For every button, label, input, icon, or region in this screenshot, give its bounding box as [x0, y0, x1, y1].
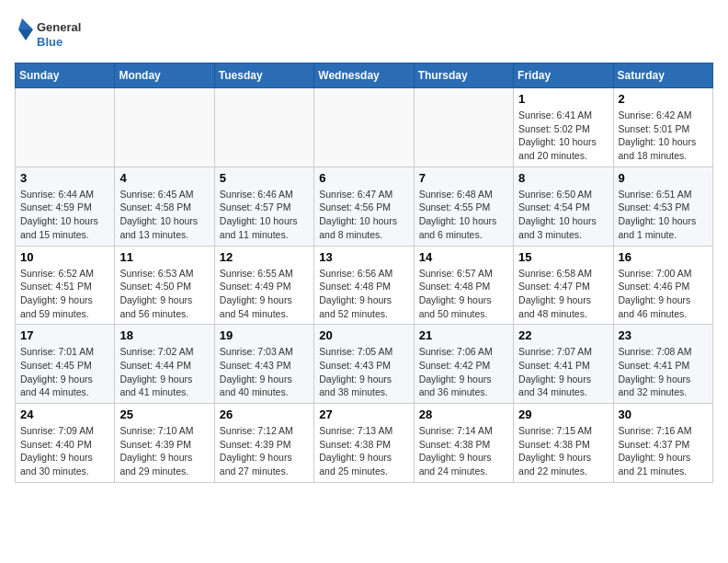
calendar-cell: 14Sunrise: 6:57 AM Sunset: 4:48 PM Dayli…: [414, 246, 513, 325]
calendar-cell: 17Sunrise: 7:01 AM Sunset: 4:45 PM Dayli…: [16, 325, 115, 404]
cell-content: Sunrise: 7:15 AM Sunset: 4:38 PM Dayligh…: [518, 424, 608, 478]
cell-content: Sunrise: 6:58 AM Sunset: 4:47 PM Dayligh…: [518, 267, 608, 321]
day-number: 21: [419, 328, 508, 342]
day-number: 6: [319, 171, 408, 185]
day-of-week-header: Thursday: [414, 63, 513, 88]
calendar-cell: 9Sunrise: 6:51 AM Sunset: 4:53 PM Daylig…: [613, 167, 712, 246]
cell-content: Sunrise: 7:05 AM Sunset: 4:43 PM Dayligh…: [319, 345, 408, 399]
svg-marker-3: [18, 29, 33, 40]
calendar-cell: 15Sunrise: 6:58 AM Sunset: 4:47 PM Dayli…: [514, 246, 613, 325]
day-number: 2: [619, 92, 708, 106]
cell-content: Sunrise: 7:03 AM Sunset: 4:43 PM Dayligh…: [220, 345, 309, 399]
day-number: 12: [220, 250, 309, 264]
day-number: 9: [619, 171, 708, 185]
day-number: 30: [619, 408, 708, 421]
day-number: 7: [419, 171, 508, 185]
calendar-cell: 8Sunrise: 6:50 AM Sunset: 4:54 PM Daylig…: [514, 167, 613, 246]
day-number: 17: [20, 328, 109, 342]
calendar-cell: 20Sunrise: 7:05 AM Sunset: 4:43 PM Dayli…: [314, 325, 414, 404]
calendar-cell: [314, 88, 414, 167]
calendar-cell: 25Sunrise: 7:10 AM Sunset: 4:39 PM Dayli…: [115, 404, 214, 483]
calendar-table: SundayMondayTuesdayWednesdayThursdayFrid…: [15, 63, 713, 483]
cell-content: Sunrise: 7:02 AM Sunset: 4:44 PM Dayligh…: [119, 345, 209, 399]
day-number: 23: [619, 328, 708, 342]
calendar-header-row: SundayMondayTuesdayWednesdayThursdayFrid…: [16, 63, 713, 88]
calendar-cell: [414, 88, 513, 167]
day-number: 28: [419, 408, 508, 421]
day-number: 5: [220, 171, 309, 185]
calendar-week-row: 17Sunrise: 7:01 AM Sunset: 4:45 PM Dayli…: [16, 325, 713, 404]
cell-content: Sunrise: 6:42 AM Sunset: 5:01 PM Dayligh…: [619, 109, 708, 163]
day-number: 13: [319, 250, 408, 264]
calendar-week-row: 3Sunrise: 6:44 AM Sunset: 4:59 PM Daylig…: [16, 167, 713, 246]
cell-content: Sunrise: 7:06 AM Sunset: 4:42 PM Dayligh…: [419, 345, 508, 399]
cell-content: Sunrise: 7:08 AM Sunset: 4:41 PM Dayligh…: [619, 345, 708, 399]
day-number: 1: [518, 92, 608, 106]
calendar-cell: 11Sunrise: 6:53 AM Sunset: 4:50 PM Dayli…: [115, 246, 214, 325]
calendar-cell: 13Sunrise: 6:56 AM Sunset: 4:48 PM Dayli…: [314, 246, 414, 325]
logo: General Blue: [15, 15, 88, 52]
day-number: 8: [518, 171, 608, 185]
cell-content: Sunrise: 6:48 AM Sunset: 4:55 PM Dayligh…: [419, 188, 508, 242]
cell-content: Sunrise: 7:14 AM Sunset: 4:38 PM Dayligh…: [419, 424, 508, 478]
cell-content: Sunrise: 6:55 AM Sunset: 4:49 PM Dayligh…: [220, 267, 309, 321]
calendar-cell: 29Sunrise: 7:15 AM Sunset: 4:38 PM Dayli…: [514, 404, 613, 483]
calendar-cell: [214, 88, 313, 167]
cell-content: Sunrise: 7:12 AM Sunset: 4:39 PM Dayligh…: [220, 424, 309, 478]
cell-content: Sunrise: 6:47 AM Sunset: 4:56 PM Dayligh…: [319, 188, 408, 242]
calendar-week-row: 10Sunrise: 6:52 AM Sunset: 4:51 PM Dayli…: [16, 246, 713, 325]
cell-content: Sunrise: 6:44 AM Sunset: 4:59 PM Dayligh…: [20, 188, 109, 242]
cell-content: Sunrise: 7:10 AM Sunset: 4:39 PM Dayligh…: [119, 424, 209, 478]
calendar-cell: 5Sunrise: 6:46 AM Sunset: 4:57 PM Daylig…: [214, 167, 313, 246]
cell-content: Sunrise: 6:45 AM Sunset: 4:58 PM Dayligh…: [119, 188, 209, 242]
day-of-week-header: Tuesday: [214, 63, 313, 88]
calendar-cell: 2Sunrise: 6:42 AM Sunset: 5:01 PM Daylig…: [613, 88, 712, 167]
day-number: 16: [619, 250, 708, 264]
day-number: 19: [220, 328, 309, 342]
day-number: 18: [119, 328, 209, 342]
day-number: 27: [319, 408, 408, 421]
calendar-cell: 1Sunrise: 6:41 AM Sunset: 5:02 PM Daylig…: [514, 88, 613, 167]
page-header: General Blue: [15, 15, 713, 52]
day-number: 4: [119, 171, 209, 185]
cell-content: Sunrise: 6:56 AM Sunset: 4:48 PM Dayligh…: [319, 267, 408, 321]
cell-content: Sunrise: 6:46 AM Sunset: 4:57 PM Dayligh…: [220, 188, 309, 242]
day-of-week-header: Wednesday: [314, 63, 414, 88]
calendar-cell: [115, 88, 214, 167]
cell-content: Sunrise: 7:09 AM Sunset: 4:40 PM Dayligh…: [20, 424, 109, 478]
cell-content: Sunrise: 7:01 AM Sunset: 4:45 PM Dayligh…: [20, 345, 109, 399]
calendar-cell: 22Sunrise: 7:07 AM Sunset: 4:41 PM Dayli…: [514, 325, 613, 404]
calendar-cell: 23Sunrise: 7:08 AM Sunset: 4:41 PM Dayli…: [613, 325, 712, 404]
cell-content: Sunrise: 7:00 AM Sunset: 4:46 PM Dayligh…: [619, 267, 708, 321]
day-number: 26: [220, 408, 309, 421]
calendar-cell: 28Sunrise: 7:14 AM Sunset: 4:38 PM Dayli…: [414, 404, 513, 483]
calendar-cell: 4Sunrise: 6:45 AM Sunset: 4:58 PM Daylig…: [115, 167, 214, 246]
cell-content: Sunrise: 7:13 AM Sunset: 4:38 PM Dayligh…: [319, 424, 408, 478]
day-number: 15: [518, 250, 608, 264]
calendar-cell: 19Sunrise: 7:03 AM Sunset: 4:43 PM Dayli…: [214, 325, 313, 404]
cell-content: Sunrise: 6:53 AM Sunset: 4:50 PM Dayligh…: [119, 267, 209, 321]
day-of-week-header: Sunday: [16, 63, 115, 88]
svg-text:Blue: Blue: [37, 35, 63, 49]
calendar-cell: 16Sunrise: 7:00 AM Sunset: 4:46 PM Dayli…: [613, 246, 712, 325]
calendar-cell: 27Sunrise: 7:13 AM Sunset: 4:38 PM Dayli…: [314, 404, 414, 483]
cell-content: Sunrise: 7:16 AM Sunset: 4:37 PM Dayligh…: [619, 424, 708, 478]
day-of-week-header: Friday: [514, 63, 613, 88]
svg-marker-2: [18, 18, 33, 29]
day-number: 3: [20, 171, 109, 185]
calendar-week-row: 24Sunrise: 7:09 AM Sunset: 4:40 PM Dayli…: [16, 404, 713, 483]
day-number: 24: [20, 408, 109, 421]
calendar-cell: 18Sunrise: 7:02 AM Sunset: 4:44 PM Dayli…: [115, 325, 214, 404]
cell-content: Sunrise: 6:50 AM Sunset: 4:54 PM Dayligh…: [518, 188, 608, 242]
calendar-cell: 24Sunrise: 7:09 AM Sunset: 4:40 PM Dayli…: [16, 404, 115, 483]
calendar-cell: 30Sunrise: 7:16 AM Sunset: 4:37 PM Dayli…: [613, 404, 712, 483]
svg-text:General: General: [37, 20, 81, 34]
day-number: 29: [518, 408, 608, 421]
calendar-week-row: 1Sunrise: 6:41 AM Sunset: 5:02 PM Daylig…: [16, 88, 713, 167]
day-of-week-header: Monday: [115, 63, 214, 88]
calendar-cell: 21Sunrise: 7:06 AM Sunset: 4:42 PM Dayli…: [414, 325, 513, 404]
calendar-cell: 10Sunrise: 6:52 AM Sunset: 4:51 PM Dayli…: [16, 246, 115, 325]
cell-content: Sunrise: 6:52 AM Sunset: 4:51 PM Dayligh…: [20, 267, 109, 321]
cell-content: Sunrise: 6:41 AM Sunset: 5:02 PM Dayligh…: [518, 109, 608, 163]
day-number: 11: [119, 250, 209, 264]
